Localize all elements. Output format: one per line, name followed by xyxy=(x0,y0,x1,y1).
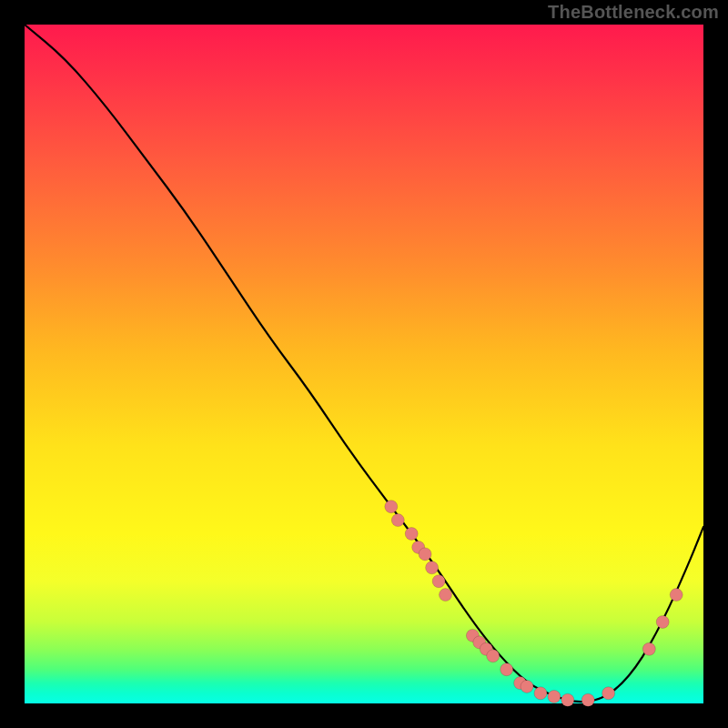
data-point xyxy=(548,691,561,703)
data-point xyxy=(432,575,445,588)
watermark-text: TheBottleneck.com xyxy=(548,2,719,23)
plot-area xyxy=(25,25,703,703)
data-point xyxy=(419,548,431,561)
chart-stage: TheBottleneck.com xyxy=(0,0,728,728)
data-point xyxy=(670,589,682,602)
data-point xyxy=(581,693,594,706)
data-point xyxy=(656,616,669,629)
data-points-group xyxy=(385,500,682,707)
data-point xyxy=(391,514,404,527)
data-point xyxy=(561,693,574,706)
data-point xyxy=(405,528,418,541)
curve-svg xyxy=(25,25,703,703)
data-point xyxy=(642,642,655,655)
bottleneck-curve xyxy=(25,25,703,702)
data-point xyxy=(440,589,452,602)
data-point xyxy=(534,687,547,700)
data-point xyxy=(426,561,439,574)
data-point xyxy=(487,650,500,662)
data-point xyxy=(500,663,513,676)
data-point xyxy=(385,500,398,513)
data-point xyxy=(602,687,615,700)
data-point xyxy=(521,680,533,693)
